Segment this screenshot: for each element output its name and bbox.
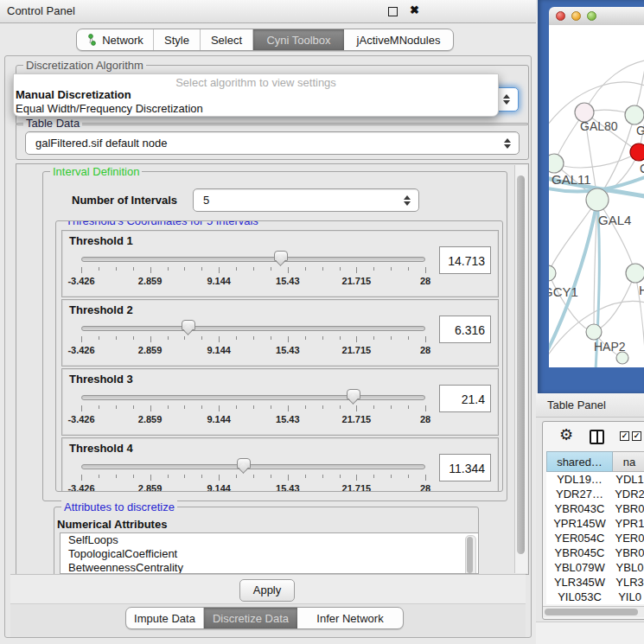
table-cell-shared-name[interactable]: YPR145W [546,516,613,531]
zoom-traffic-light-icon[interactable] [587,11,596,21]
table-cell-name[interactable]: YDR2 [613,487,644,501]
table-cell-name[interactable]: YPR1 [613,516,644,531]
threshold-slider[interactable]: -3.4262.8599.14415.4321.71528 [81,392,425,431]
attribute-list-item[interactable]: BetweennessCentrality [61,561,478,574]
table-row[interactable]: YBR045CYBR0 [546,545,644,560]
column-header-shared-name[interactable]: shared… [546,451,613,472]
network-edge[interactable] [549,273,594,332]
checkbox-icon[interactable]: ✓ [620,431,629,441]
table-cell-shared-name[interactable]: YDR27… [546,487,613,501]
table-cell-shared-name[interactable]: YLR345W [546,575,613,590]
slider-tick [340,405,341,409]
network-window-titlebar[interactable] [549,7,644,26]
attribute-list-item[interactable]: TopologicalCoefficient [61,547,478,561]
table-cell-shared-name[interactable]: YIL053C [546,590,613,604]
tab-network[interactable]: Network [77,29,154,50]
slider-track[interactable] [81,464,425,469]
table-cell-shared-name[interactable]: YBL079W [546,560,613,575]
table-data-combobox[interactable]: galFiltered.sif default node [25,131,520,155]
table-cell-name[interactable]: YBR0 [613,545,644,560]
bottom-tab-impute-data[interactable]: Impute Data [126,608,204,628]
network-node[interactable] [616,352,628,364]
slider-thumb[interactable] [182,320,195,330]
table-row[interactable]: YBL079WYBL0 [546,560,644,575]
gear-icon[interactable]: ⚙ [559,427,573,443]
network-edge[interactable] [584,60,644,112]
attribute-list-item[interactable]: SelfLoops [61,533,478,547]
bottom-tab-infer-network[interactable]: Infer Network [297,608,403,628]
slider-tick-label: 21.715 [342,483,372,492]
slider-track[interactable] [81,326,425,331]
slider-thumb[interactable] [274,251,288,261]
table-row[interactable]: YLR345WYLR3 [546,575,644,590]
split-columns-icon[interactable] [590,430,604,444]
network-node-gal11[interactable] [549,154,564,173]
numerical-attributes-list[interactable]: SelfLoopsTopologicalCoefficientBetweenne… [60,532,479,574]
attributes-list-scrollbar[interactable] [465,535,476,574]
table-row[interactable]: YBR043CYBR0 [546,501,644,516]
slider-thumb[interactable] [237,458,251,469]
table-horizontal-scrollbar[interactable] [543,606,644,617]
close-icon[interactable]: ✖ [410,3,419,16]
slider-tick-label: 15.43 [276,276,300,286]
threshold-value-field[interactable]: 11.344 [439,454,491,481]
table-row[interactable]: YPR145WYPR1 [546,516,644,531]
threshold-value-field[interactable]: 6.316 [439,316,491,343]
slider-tick [271,336,271,340]
dropdown-option-manual-discretization[interactable]: Manual Discretization [14,88,498,102]
table-cell-name[interactable]: YLR3 [613,575,644,590]
tab-style[interactable]: Style [154,29,201,50]
table-cell-name[interactable]: YBR0 [613,501,644,516]
network-node-ga[interactable] [625,105,644,124]
slider-tick [168,475,169,478]
num-intervals-combobox[interactable]: 5 [193,188,419,212]
threshold-slider[interactable]: -3.4262.8599.14415.4321.71528 [81,461,425,492]
table-row[interactable]: YDL19…YDL1 [546,472,644,487]
threshold-slider[interactable]: -3.4262.8599.14415.4321.71528 [81,253,425,293]
checkbox-icon[interactable]: ✓ [632,431,641,441]
table-cell-name[interactable]: YER0 [613,531,644,545]
settings-vertical-scrollbar[interactable] [514,165,527,573]
network-edge[interactable] [597,200,635,273]
network-node-hap2[interactable] [586,324,602,340]
network-node-h[interactable] [626,264,644,283]
table-cell-shared-name[interactable]: YBR043C [546,501,613,516]
table-cell-name[interactable]: YDL1 [613,472,644,487]
slider-track[interactable] [81,257,425,262]
slider-tick [184,336,185,340]
minimize-traffic-light-icon[interactable] [571,11,581,21]
slider-tick-label: 9.144 [207,414,231,424]
column-header-name[interactable]: na [613,451,644,472]
slider-tick-label: 9.144 [207,276,231,286]
table-cell-shared-name[interactable]: YBR045C [546,545,613,560]
slider-tick-label: 15.43 [276,483,300,492]
tab-select[interactable]: Select [201,29,253,50]
threshold-slider[interactable]: -3.4262.8599.14415.4321.71528 [81,322,425,362]
dropdown-option-equal-width-frequency[interactable]: Equal Width/Frequency Discretization [14,102,498,116]
network-edge[interactable] [554,152,639,168]
table-row[interactable]: YIL053CYIL0 [546,590,644,604]
tab-jactivemnodules[interactable]: jActiveMNodules [344,29,453,50]
table-cell-name[interactable]: YBL0 [613,560,644,575]
slider-track[interactable] [81,395,425,400]
float-window-icon[interactable] [388,7,398,16]
network-node-c[interactable] [630,143,644,161]
table-cell-shared-name[interactable]: YER054C [546,531,613,545]
network-node-gal4[interactable] [586,188,609,211]
table-cell-name[interactable]: YIL0 [613,590,644,604]
network-node-gcy1[interactable] [549,265,556,281]
bottom-tab-discretize-data[interactable]: Discretize Data [204,608,297,628]
apply-button[interactable]: Apply [239,579,295,602]
network-canvas[interactable]: GAL80GACGAL11GAL4GCY1HHAP2 [549,25,644,367]
slider-thumb[interactable] [347,389,360,399]
tab-cyni-toolbox[interactable]: Cyni Toolbox [253,29,344,50]
table-row[interactable]: YDR27…YDR2 [546,487,644,501]
table-row[interactable]: YER054CYER0 [546,531,644,545]
slider-tick-label: 2.859 [138,276,163,286]
threshold-value-field[interactable]: 21.4 [439,385,491,412]
slider-tick [391,475,392,478]
table-cell-shared-name[interactable]: YDL19… [546,472,613,487]
close-traffic-light-icon[interactable] [556,11,565,21]
threshold-value-field[interactable]: 14.713 [439,246,491,274]
dropdown-placeholder-option[interactable]: Select algorithm to view settings [14,74,498,88]
